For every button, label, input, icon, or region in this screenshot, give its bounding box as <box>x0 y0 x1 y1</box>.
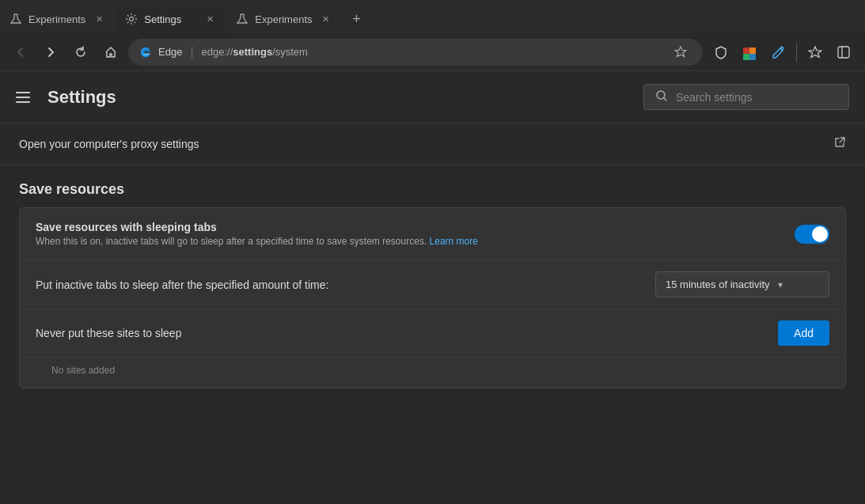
inactive-sleep-selected: 15 minutes of inactivity <box>666 279 770 290</box>
browser-name-text: Edge <box>158 46 182 58</box>
home-button[interactable] <box>98 40 123 65</box>
editor-button[interactable] <box>764 39 791 66</box>
menu-bar-3 <box>16 101 30 103</box>
menu-button[interactable] <box>16 88 35 107</box>
new-tab-icon: + <box>352 11 361 28</box>
learn-more-link[interactable]: Learn more <box>430 236 478 247</box>
inactive-sleep-row: Put inactive tabs to sleep after the spe… <box>20 260 845 309</box>
tab-experiments-2[interactable]: Experiments ✕ <box>226 5 342 33</box>
address-protocol: edge:// <box>202 46 233 58</box>
dropdown-arrow-icon: ▾ <box>778 279 783 290</box>
search-settings-input[interactable] <box>676 91 837 104</box>
svg-rect-1 <box>743 47 749 54</box>
menu-bar-2 <box>16 97 30 98</box>
nav-bar: Edge | edge://settings/system <box>0 33 865 71</box>
page-title: Settings <box>47 87 116 108</box>
tab-settings-label: Settings <box>144 13 181 25</box>
forward-button[interactable] <box>38 40 63 65</box>
svg-rect-5 <box>838 47 849 58</box>
new-tab-button[interactable]: + <box>343 5 371 33</box>
svg-rect-2 <box>749 47 756 54</box>
add-site-button[interactable]: Add <box>778 320 829 346</box>
tab-settings[interactable]: Settings ✕ <box>116 5 226 33</box>
tab-experiments-1[interactable]: Experiments ✕ <box>0 5 116 33</box>
never-sleep-row: Never put these sites to sleep Add <box>20 309 845 358</box>
tab-experiments-2-label: Experiments <box>255 13 312 25</box>
inactive-sleep-dropdown[interactable]: 15 minutes of inactivity ▾ <box>655 271 829 297</box>
tab-settings-close[interactable]: ✕ <box>203 12 217 26</box>
experiments-icon-2 <box>236 13 248 25</box>
edge-browser-icon <box>139 46 152 59</box>
nav-divider-1 <box>796 43 797 62</box>
settings-header: Settings <box>0 71 865 123</box>
no-sites-row: No sites added <box>20 358 845 388</box>
never-sleep-label: Never put these sites to sleep <box>36 327 778 339</box>
refresh-button[interactable] <box>68 40 93 65</box>
save-resources-title: Save resources <box>0 165 865 207</box>
tab-experiments-1-label: Experiments <box>28 13 85 25</box>
experiments-icon-1 <box>9 13 22 25</box>
tab-experiments-1-close[interactable]: ✕ <box>92 12 106 26</box>
toggle-knob <box>812 226 828 242</box>
address-separator: | <box>190 45 193 59</box>
favorite-button[interactable] <box>670 41 692 63</box>
sleeping-tabs-content: Save resources with sleeping tabs When t… <box>36 221 795 247</box>
sleeping-tabs-title: Save resources with sleeping tabs <box>36 221 795 233</box>
sleeping-tabs-row: Save resources with sleeping tabs When t… <box>20 208 845 260</box>
no-sites-text: No sites added <box>36 360 115 379</box>
nav-right-icons <box>708 39 857 66</box>
external-link-icon <box>833 136 846 152</box>
sidebar-button[interactable] <box>830 39 857 66</box>
browser-essentials-button[interactable] <box>736 39 763 66</box>
address-suffix: /system <box>272 46 308 58</box>
svg-rect-4 <box>749 54 756 60</box>
proxy-label: Open your computer's proxy settings <box>19 138 199 150</box>
tab-bar: Experiments ✕ Settings ✕ Experiments ✕ + <box>0 0 865 33</box>
svg-point-0 <box>130 17 134 21</box>
address-url: edge://settings/system <box>202 46 308 58</box>
address-path: settings <box>233 46 272 58</box>
menu-bar-1 <box>16 92 30 93</box>
favorites-button[interactable] <box>802 39 829 66</box>
search-settings-container[interactable] <box>643 84 849 110</box>
save-resources-card: Save resources with sleeping tabs When t… <box>19 207 846 388</box>
settings-cog-icon <box>125 13 138 25</box>
address-bar[interactable]: Edge | edge://settings/system <box>128 39 703 66</box>
back-button[interactable] <box>8 40 33 65</box>
svg-rect-3 <box>743 54 749 60</box>
tab-experiments-2-close[interactable]: ✕ <box>319 12 333 26</box>
sleeping-tabs-toggle[interactable] <box>795 225 829 244</box>
shield-button[interactable] <box>708 39 734 66</box>
settings-content: Settings Open your computer's proxy sett… <box>0 71 865 504</box>
inactive-sleep-label: Put inactive tabs to sleep after the spe… <box>36 279 655 291</box>
sleeping-tabs-desc-text: When this is on, inactive tabs will go t… <box>36 236 427 247</box>
sleeping-tabs-desc: When this is on, inactive tabs will go t… <box>36 236 795 247</box>
proxy-section[interactable]: Open your computer's proxy settings <box>0 123 865 165</box>
search-icon <box>655 89 668 104</box>
